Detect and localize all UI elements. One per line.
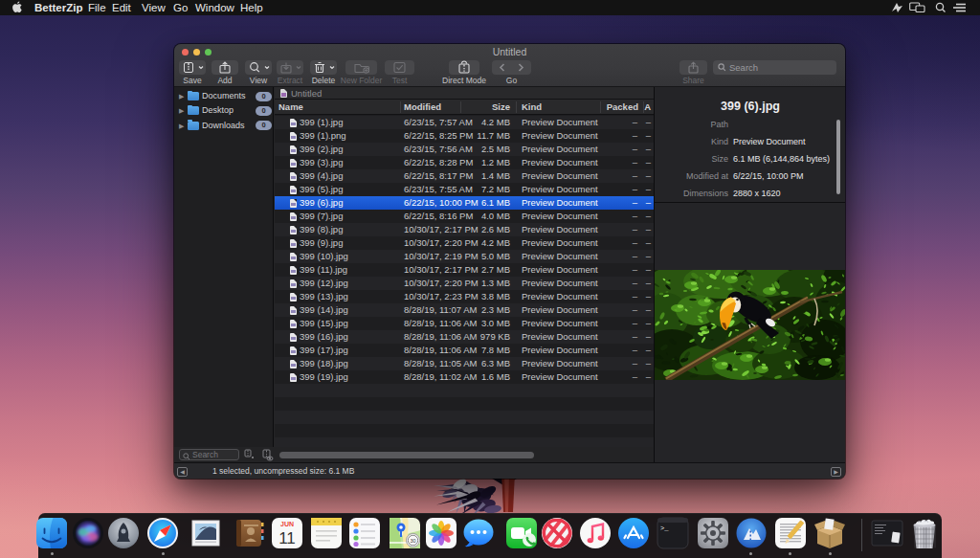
svg-text:JUN: JUN: [280, 521, 294, 527]
svg-text:11: 11: [278, 529, 296, 547]
svg-text:30: 30: [410, 538, 415, 544]
svg-text:>_: >_: [660, 525, 669, 532]
